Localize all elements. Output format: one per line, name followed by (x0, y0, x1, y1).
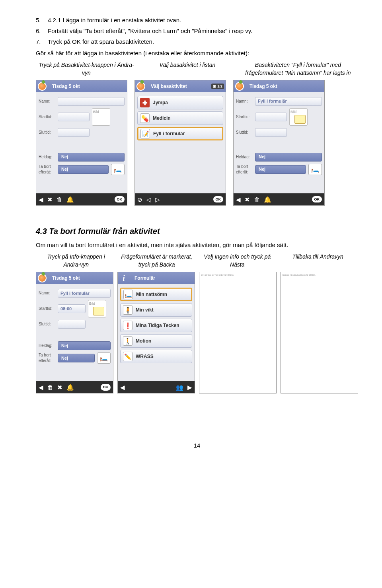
bell-icon[interactable]: 🔔 (66, 383, 74, 391)
phone-body: Namn: Starttid: Bild Sluttid: Heldag: Ne… (36, 92, 127, 193)
starttime-input[interactable] (255, 113, 287, 121)
name-input[interactable]: Fyll i formulär (58, 289, 111, 298)
caption: Tryck på Basaktivitet-knappen i Ändra-vy… (36, 61, 137, 77)
phone-mock-formular-list: i Formulär 🛏️ Min nattsömn 🧍 Min vikt ❗ … (117, 272, 195, 393)
list-item-motion[interactable]: 🚶 Motion (120, 334, 192, 348)
list-number: 5. (36, 16, 48, 24)
label: Namn: (39, 290, 58, 296)
label: Sluttid: (39, 130, 58, 135)
bed-icon[interactable]: 🛏️ (111, 164, 125, 175)
bed-icon[interactable]: 🛏️ (308, 164, 322, 175)
section-heading: 4.3 Ta bort formulär från aktivitet (36, 226, 358, 237)
ok-button[interactable]: OK (213, 196, 224, 203)
field-sluttid: Sluttid: (39, 128, 125, 137)
bell-icon[interactable]: 🔔 (264, 195, 271, 204)
close-icon[interactable]: ✖ (57, 383, 62, 391)
activity-icon: ✚ (140, 98, 150, 107)
list-item-min-vikt[interactable]: 🧍 Min vikt (120, 303, 192, 317)
numbered-list: 5. 4.2.1 Lägga in formulär i en enstaka … (36, 16, 358, 46)
starttime-input[interactable]: 08:00 (58, 304, 86, 313)
placeholder-text: Det går inte att visa bilden för tillfäl… (283, 274, 316, 276)
field-tabort: Ta bort efteråt: Nej 🛏️ (39, 352, 111, 364)
ok-button[interactable]: OK (312, 196, 322, 203)
endtime-input[interactable] (255, 128, 287, 137)
phone-topbar: Tisdag 5 okt (36, 272, 113, 284)
back-icon[interactable]: ◀ (39, 383, 43, 391)
label: Starttid: (236, 114, 255, 120)
phone-body: 🛏️ Min nattsömn 🧍 Min vikt ❗ Mina Tidiga… (118, 284, 195, 381)
back-icon[interactable]: ◀ (236, 195, 241, 204)
starttime-input[interactable] (58, 113, 90, 121)
trash-icon[interactable]: 🗑 (254, 195, 260, 204)
list-item-label: Motion (136, 338, 151, 345)
list-item-wrass[interactable]: ✏️ WRASS (120, 350, 192, 363)
note-icon (294, 115, 306, 124)
close-icon[interactable]: ✖ (47, 195, 53, 204)
people-icon[interactable]: 👥 (176, 383, 183, 391)
list-number: 6. (36, 27, 48, 35)
prev-page-icon[interactable]: ◁ (146, 195, 151, 204)
trash-icon[interactable]: 🗑 (57, 195, 62, 204)
fullday-toggle[interactable]: Nej (58, 341, 111, 350)
phone-bottombar: ⊘ ◁ ▷ OK (135, 193, 226, 205)
list-item-label: Jympa (153, 99, 168, 106)
removeafter-toggle[interactable]: Nej (255, 165, 306, 174)
pencil-icon: ✏️ (123, 352, 133, 361)
bild-label: Bild (93, 110, 99, 114)
info-icon: i (119, 273, 128, 284)
image-box[interactable]: Bild (88, 300, 106, 317)
removeafter-toggle[interactable]: Nej (58, 165, 109, 174)
phone-topbar: Tisdag 5 okt (234, 80, 324, 92)
removeafter-toggle[interactable]: Nej (58, 354, 95, 362)
list-item-tidiga-tecken[interactable]: ❗ Mina Tidiga Tecken (120, 319, 192, 332)
endtime-input[interactable] (58, 128, 90, 137)
clock-icon (136, 82, 145, 91)
list-item-label: Min vikt (136, 307, 154, 313)
fullday-toggle[interactable]: Nej (255, 153, 322, 162)
pill-icon: 💊 (140, 113, 150, 123)
field-namn: Namn: Fyll i formulär (236, 97, 322, 106)
page-number: 14 (36, 441, 358, 450)
back-icon[interactable]: ◀ (120, 383, 125, 391)
placeholder-text: Det går inte att visa bilden för tillfäl… (201, 274, 234, 276)
list-item-fyll-i-formular[interactable]: 📝 Fyll i formulär (137, 127, 223, 140)
ok-button[interactable]: OK (101, 384, 111, 391)
next-page-icon[interactable]: ▷ (155, 195, 160, 204)
name-input[interactable] (58, 97, 125, 106)
label: Heldag: (39, 343, 58, 349)
label: Namn: (236, 99, 255, 104)
caption: Tillbaka till Ändravyn (278, 253, 359, 269)
list-item-label: Medicin (153, 115, 171, 122)
bell-icon[interactable]: 🔔 (66, 195, 74, 204)
field-heldag: Heldag: Nej (39, 153, 125, 162)
phone-topbar: i Formulär (118, 272, 195, 284)
list-item: 7. Tryck på OK för att spara basaktivite… (36, 37, 358, 46)
list-item-medicin[interactable]: 💊 Medicin (137, 111, 223, 125)
name-input[interactable]: Fyll i formulär (255, 97, 322, 106)
bild-label: Bild (290, 110, 296, 114)
fullday-toggle[interactable]: Nej (58, 153, 125, 162)
list-item-label: WRASS (136, 353, 154, 360)
list-item-min-nattsomn[interactable]: 🛏️ Min nattsömn (120, 288, 192, 301)
bed-icon[interactable]: 🛏️ (97, 352, 111, 364)
image-box[interactable]: Bild (92, 108, 110, 126)
back-icon[interactable]: ◀ (39, 195, 43, 204)
image-box[interactable]: Bild (289, 108, 308, 126)
trash-icon[interactable]: 🗑 (47, 383, 53, 391)
bed-icon: 🛏️ (123, 290, 133, 299)
caption: Frågeformuläret är markerat, tryck på Ba… (117, 253, 197, 269)
screenshot-row: Tisdag 5 okt Namn: Starttid: Bild Slutti… (36, 80, 358, 206)
label: Ta bort efteråt: (39, 164, 58, 175)
phone-body: Namn: Fyll i formulär Starttid: 08:00 Bi… (36, 284, 113, 381)
endtime-input[interactable] (58, 320, 86, 329)
label: Heldag: (236, 154, 255, 160)
phone-title: Formulär (134, 275, 155, 282)
forward-icon[interactable]: ▶ (187, 383, 192, 391)
phone-title: Tisdag 5 okt (52, 275, 80, 282)
ok-button[interactable]: OK (115, 196, 125, 203)
list-item-jympa[interactable]: ✚ Jympa (137, 96, 223, 109)
close-icon[interactable]: ✖ (245, 195, 250, 204)
list-item: 5. 4.2.1 Lägga in formulär i en enstaka … (36, 16, 358, 24)
cancel-icon[interactable]: ⊘ (137, 195, 142, 204)
phone-mock-basaktivitet-list: Välj basaktivitet ▣ 2/2 ✚ Jympa 💊 Medici… (134, 80, 226, 206)
